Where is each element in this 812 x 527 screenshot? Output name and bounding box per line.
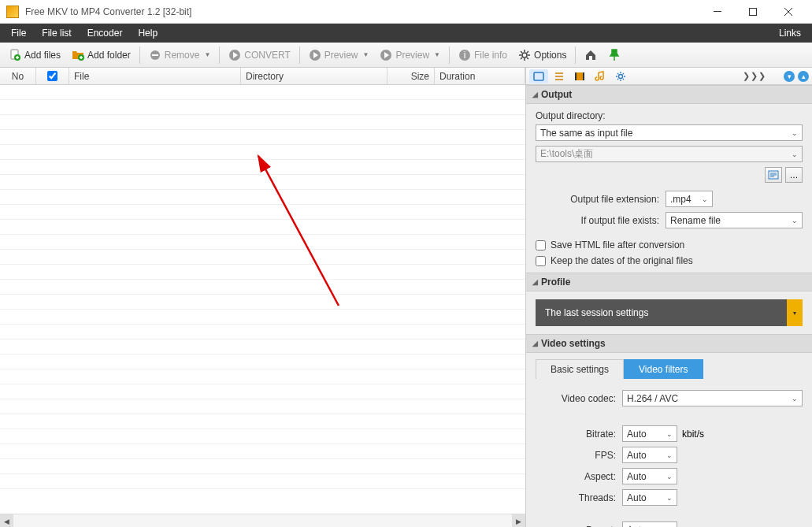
col-duration[interactable]: Duration [435, 68, 525, 84]
bitrate-label: Bitrate: [536, 429, 622, 440]
threads-select[interactable]: Auto ⌄ [622, 489, 677, 506]
col-no[interactable]: No [0, 68, 36, 84]
output-section-body: Output directory: The same as input file… [526, 104, 812, 273]
aspect-select[interactable]: Auto ⌄ [622, 468, 677, 484]
list-body[interactable] [0, 85, 525, 514]
tab-audio-icon[interactable] [591, 69, 610, 84]
bitrate-select[interactable]: Auto ⌄ [622, 425, 677, 442]
keep-dates-label: Keep the dates of the original files [551, 255, 693, 266]
col-size[interactable]: Size [387, 68, 435, 84]
toolbar-sep [139, 46, 140, 64]
svg-rect-0 [714, 11, 721, 12]
horizontal-scrollbar[interactable]: ◀ ▶ [0, 514, 525, 527]
browse-button[interactable]: … [785, 167, 803, 183]
codec-select[interactable]: H.264 / AVC ⌄ [622, 390, 803, 406]
toolbar-sep [449, 46, 450, 64]
bitrate-unit: kbit/s [677, 429, 704, 440]
folder-open-icon [768, 170, 779, 180]
collapse-up-icon[interactable]: ▴ [798, 71, 809, 82]
toolbar-sep [299, 46, 300, 64]
tab-list-icon[interactable] [550, 69, 569, 84]
svg-text:i: i [464, 50, 466, 61]
col-checkbox[interactable] [36, 68, 69, 84]
maximize-button[interactable] [735, 0, 770, 24]
fps-select[interactable]: Auto ⌄ [622, 447, 677, 463]
scroll-track[interactable] [13, 514, 512, 527]
add-folder-button[interactable]: Add folder [66, 46, 136, 65]
preset-select[interactable]: Auto ⌄ [622, 521, 677, 527]
scroll-right-button[interactable]: ▶ [512, 514, 525, 527]
output-dir-select[interactable]: The same as input file ⌄ [536, 124, 803, 141]
open-folder-button[interactable] [765, 167, 782, 183]
pin-button[interactable] [603, 46, 626, 65]
minimize-button[interactable] [699, 0, 735, 24]
fps-label: FPS: [536, 450, 622, 461]
tab-output-icon[interactable] [529, 69, 548, 84]
video-heading: Video settings [541, 338, 606, 349]
aspect-value: Auto [627, 471, 647, 482]
menu-file[interactable]: File [3, 24, 34, 43]
main-content: No File Directory Size Duration ◀ [0, 68, 812, 527]
remove-button[interactable]: Remove ▼ [143, 46, 217, 65]
add-folder-icon [72, 49, 84, 61]
add-files-button[interactable]: Add files [3, 46, 66, 65]
menu-links[interactable]: Links [771, 24, 809, 43]
remove-icon [149, 49, 161, 61]
gear-icon [518, 49, 531, 61]
tab-settings-icon[interactable] [611, 69, 630, 84]
toolbar-sep [575, 46, 576, 64]
bitrate-value: Auto [627, 429, 647, 440]
ext-select[interactable]: .mp4 ⌄ [666, 191, 713, 207]
add-files-label: Add files [24, 50, 61, 61]
video-section-header[interactable]: ◢ Video settings [526, 334, 812, 353]
dropdown-arrow-icon: ⌄ [792, 395, 798, 403]
output-section-header[interactable]: ◢ Output [526, 85, 812, 104]
save-html-label: Save HTML file after conversion [551, 239, 684, 251]
options-label: Options [534, 50, 566, 61]
options-button[interactable]: Options [513, 46, 572, 65]
preview2-button[interactable]: Preview ▼ [374, 46, 446, 65]
home-button[interactable] [579, 46, 603, 65]
profile-dropdown-button[interactable]: ▾ [787, 299, 803, 326]
dropdown-arrow-icon: ⌄ [666, 494, 673, 502]
exists-select[interactable]: Rename file ⌄ [666, 212, 803, 228]
play-icon [309, 49, 321, 61]
video-sub-tabs: Basic settings Video filters [536, 359, 803, 379]
menu-help[interactable]: Help [130, 24, 165, 43]
dropdown-arrow-icon: ⌄ [702, 195, 708, 203]
codec-label: Video codec: [536, 393, 622, 404]
dropdown-arrow-icon: ⌄ [666, 473, 673, 481]
select-all-checkbox[interactable] [47, 71, 57, 81]
col-directory[interactable]: Directory [241, 68, 387, 84]
svg-rect-13 [589, 56, 592, 60]
menu-encoder[interactable]: Encoder [80, 24, 131, 43]
tab-basic-settings[interactable]: Basic settings [536, 359, 624, 379]
dropdown-arrow-icon: ▼ [434, 51, 440, 58]
threads-value: Auto [627, 492, 647, 503]
svg-point-19 [619, 74, 623, 78]
tab-video-icon[interactable] [570, 69, 589, 84]
preview1-button[interactable]: Preview ▼ [303, 46, 375, 65]
preset-label: Preset: [536, 525, 622, 528]
info-icon: i [458, 49, 471, 61]
profile-select[interactable]: The last session settings ▾ [536, 299, 803, 326]
scroll-left-button[interactable]: ◀ [0, 514, 13, 527]
output-path-field: E:\tools\桌面 ⌄ [536, 146, 803, 162]
profile-section-body: The last session settings ▾ [526, 291, 812, 334]
collapse-down-icon[interactable]: ▾ [784, 71, 795, 82]
svg-rect-15 [534, 72, 543, 80]
preview1-label: Preview [324, 50, 358, 61]
menu-filelist[interactable]: File list [34, 24, 79, 43]
expand-chevron[interactable]: ❯❯❯ [729, 71, 780, 81]
col-file[interactable]: File [69, 68, 241, 84]
keep-dates-checkbox[interactable] [536, 256, 546, 266]
convert-button[interactable]: CONVERT [223, 46, 295, 65]
profile-section-header[interactable]: ◢ Profile [526, 273, 812, 291]
fileinfo-button[interactable]: i File info [453, 46, 513, 65]
side-body: ◢ Output Output directory: The same as i… [526, 85, 812, 527]
output-heading: Output [541, 89, 572, 100]
save-html-checkbox[interactable] [536, 240, 546, 251]
file-list-panel: No File Directory Size Duration ◀ [0, 68, 526, 527]
tab-video-filters[interactable]: Video filters [624, 359, 703, 379]
close-button[interactable] [770, 0, 806, 24]
